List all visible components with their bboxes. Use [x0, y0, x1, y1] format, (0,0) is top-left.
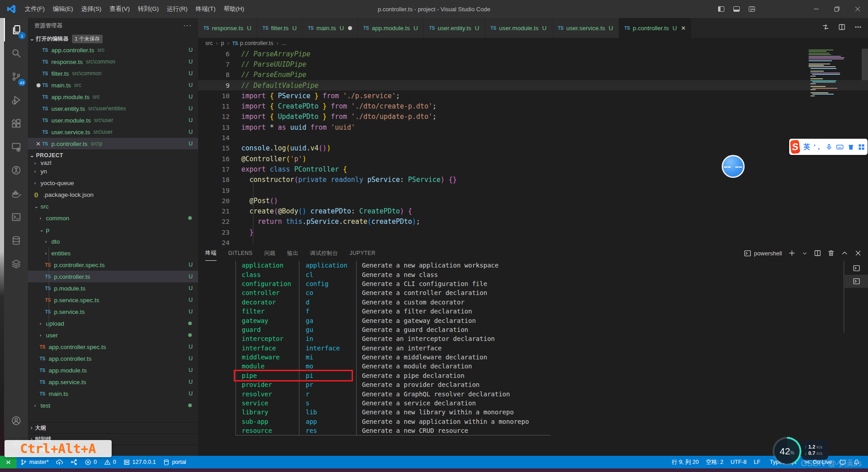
code-line-7[interactable]: 7// ParseUUIDPipe — [198, 59, 868, 69]
activity-docker-icon[interactable] — [4, 182, 28, 205]
floating-assistant-button[interactable]: ▬▬ · ▬▬ — [722, 155, 745, 178]
code-line-9[interactable]: 9// DefaultValuePipe — [198, 80, 868, 91]
open-editor-response.ts[interactable]: TSresponse.tssrc\commonU — [28, 56, 198, 68]
terminal-instance-2[interactable] — [845, 275, 868, 288]
tree-item-user[interactable]: ›user — [28, 329, 198, 341]
breadcrumb-item[interactable]: src — [205, 40, 213, 46]
activity-terminal-tool-icon[interactable] — [4, 205, 28, 229]
activity-search-icon[interactable] — [4, 41, 28, 65]
code-line-14[interactable]: 14 — [198, 132, 868, 143]
breadcrumb[interactable]: src›p›TSp.controller.ts›... — [198, 38, 868, 49]
ime-language-toggle[interactable]: 英 — [803, 143, 810, 151]
code-editor[interactable]: 6// ParseArrayPipe7// ParseUUIDPipe8// P… — [198, 49, 868, 245]
open-changes-icon[interactable] — [822, 23, 829, 31]
menu-h[interactable]: 帮助(H) — [220, 0, 249, 18]
activity-remote-explorer-icon[interactable] — [4, 135, 28, 159]
close-panel-icon[interactable] — [854, 250, 862, 257]
open-editors-header[interactable]: ⌄ 打开的编辑器 1 个未保存 — [28, 33, 198, 44]
toggle-panel-icon[interactable] — [733, 5, 740, 13]
tree-item-p.controller.spec.ts[interactable]: TSp.controller.spec.tsU — [28, 259, 198, 271]
open-editor-user.module.ts[interactable]: TSuser.module.tssrc\userU — [28, 114, 198, 126]
status-行 9, 列 20[interactable]: 行 9, 列 20 — [668, 456, 702, 468]
tree-item-app.controller.ts[interactable]: TSapp.controller.tsU — [28, 353, 198, 364]
status-0[interactable]: 0 — [100, 456, 120, 468]
code-line-19[interactable]: 19 — [198, 185, 868, 195]
menu-t[interactable]: 终端(T) — [192, 0, 220, 18]
open-editor-user.entity.ts[interactable]: TSuser.entity.tssrc\user\entitiesU — [28, 103, 198, 114]
tree-item-upload[interactable]: ›upload — [28, 318, 198, 329]
code-line-12[interactable]: 12import { UpdatePDto } from './dto/upda… — [198, 112, 868, 122]
open-editor-app.controller.ts[interactable]: TSapp.controller.tssrcU — [28, 44, 198, 56]
tab-main.ts[interactable]: TSmain.tsU — [303, 18, 357, 38]
terminal[interactable]: applicationapplicationGenerate a new app… — [198, 261, 868, 456]
code-line-15[interactable]: 15console.log(uuid.v4()) — [198, 143, 868, 154]
ime-skin-icon[interactable] — [847, 144, 854, 150]
activity-source-control-icon[interactable]: 43 — [4, 65, 28, 88]
project-section-header[interactable]: ⌄ PROJECT — [28, 150, 198, 160]
performance-percent-widget[interactable]: 42% — [773, 437, 801, 466]
status-空格: 2[interactable]: 空格: 2 — [702, 456, 727, 468]
activity-extensions-icon[interactable] — [4, 112, 28, 135]
tab-app.module.ts[interactable]: TSapp.module.tsU — [358, 18, 423, 38]
panel-controls[interactable]: powershell — [744, 245, 862, 261]
panel-tab-输出[interactable]: 输出 — [287, 245, 298, 261]
activity-account-icon[interactable] — [4, 409, 28, 432]
sidebar-more-icon[interactable]: ··· — [183, 22, 192, 30]
tab-user.module.ts[interactable]: TSuser.module.tsU — [485, 18, 552, 38]
activity-gitlens-icon[interactable] — [4, 159, 28, 182]
code-line-10[interactable]: 10import { PService } from './p.service'… — [198, 91, 868, 101]
tree-item-entities[interactable]: ›entities — [28, 247, 198, 259]
status-127.0.0.1[interactable]: 127.0.0.1 — [120, 456, 159, 468]
split-terminal-icon[interactable] — [814, 250, 821, 257]
tree-item-yn[interactable]: ›yn — [28, 165, 198, 177]
tree-item-dto[interactable]: ›dto — [28, 236, 198, 247]
editor-actions[interactable] — [822, 23, 862, 31]
ime-mic-icon[interactable] — [826, 144, 832, 150]
remote-indicator[interactable] — [0, 456, 17, 468]
tree-item-app.controller.spec.ts[interactable]: TSapp.controller.spec.tsU — [28, 341, 198, 353]
ime-keyboard-icon[interactable] — [836, 144, 844, 150]
open-editor-user.service.ts[interactable]: TSuser.service.tssrc\userU — [28, 126, 198, 138]
tree-item-test[interactable]: ›test — [28, 399, 198, 411]
panel-tab-终端[interactable]: 终端 — [205, 245, 217, 261]
terminal-instance-1[interactable] — [845, 262, 868, 275]
ime-punctuation-toggle[interactable]: '， — [814, 143, 822, 151]
breadcrumb-item[interactable]: p — [221, 40, 224, 46]
tree-item-common[interactable]: ›common — [28, 212, 198, 224]
breadcrumb-item[interactable]: ... — [281, 40, 286, 46]
code-line-24[interactable]: 24 — [198, 237, 868, 245]
menu-s[interactable]: 选择(S) — [77, 0, 105, 18]
status-LF[interactable]: LF — [750, 456, 764, 468]
tree-item-p[interactable]: ⌄p — [28, 224, 198, 236]
menu-g[interactable]: 转到(G) — [134, 0, 163, 18]
code-line-11[interactable]: 11import { CreatePDto } from './dto/crea… — [198, 101, 868, 111]
panel-tab-JUPYTER[interactable]: JUPYTER — [350, 245, 375, 261]
activity-layers-icon[interactable] — [4, 252, 28, 276]
terminal-dropdown-icon[interactable] — [802, 250, 808, 256]
panel-tab-GITLENS[interactable]: GITLENS — [228, 245, 253, 261]
more-actions-icon[interactable] — [854, 23, 862, 31]
panel-tab-调试控制台[interactable]: 调试控制台 — [310, 245, 338, 261]
activity-bar[interactable]: 143 — [4, 18, 28, 456]
restore-button[interactable] — [827, 0, 847, 18]
tree-item-app.module.ts[interactable]: TSapp.module.tsU — [28, 364, 198, 376]
panel-tab-问题[interactable]: 问题 — [264, 245, 276, 261]
toggle-sidebar-icon[interactable] — [718, 5, 725, 13]
code-line-6[interactable]: 6// ParseArrayPipe — [198, 49, 868, 59]
editor-tab-bar[interactable]: TSresponse.tsUTSfilter.tsUTSmain.tsUTSap… — [198, 18, 868, 38]
kill-terminal-icon[interactable] — [827, 250, 835, 257]
new-terminal-icon[interactable] — [788, 250, 796, 257]
tab-response.ts[interactable]: TSresponse.tsU — [198, 18, 257, 38]
activity-files-icon[interactable]: 1 — [4, 18, 28, 41]
split-editor-icon[interactable] — [838, 23, 845, 31]
tree-item-main.ts[interactable]: TSmain.tsU — [28, 388, 198, 399]
code-line-16[interactable]: 16@Controller('p') — [198, 154, 868, 164]
ime-toolbar[interactable]: S 英 '， — [789, 139, 868, 155]
tree-item-p.service.spec.ts[interactable]: TSp.service.spec.tsU — [28, 294, 198, 306]
code-line-17[interactable]: 17export class PController { — [198, 164, 868, 174]
status-0[interactable]: 0 — [81, 456, 100, 468]
terminal-instance-list[interactable] — [845, 262, 868, 288]
code-line-13[interactable]: 13import * as uuid from 'uuid' — [198, 122, 868, 132]
tree-item-yocto-queue[interactable]: ›yocto-queue — [28, 177, 198, 189]
window-controls[interactable] — [806, 0, 868, 18]
